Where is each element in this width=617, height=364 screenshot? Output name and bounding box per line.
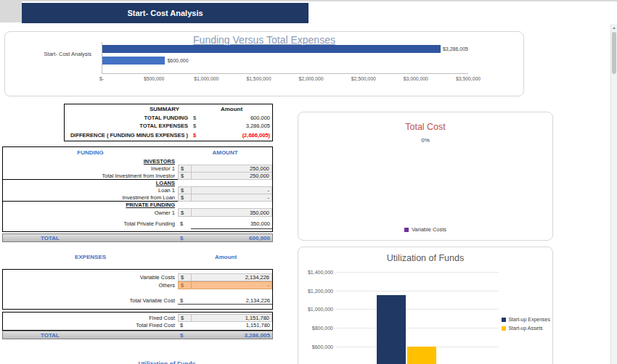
table-row: Variable Costs $ 2,134,226 [3,273,272,281]
funding-vs-expenses-chart[interactable]: Funding Versus Total Expenses Start- Cos… [4,31,524,96]
currency-cell: $ [178,208,191,217]
table-row: Total Investment from Investor $ 250,000 [3,172,272,179]
value-cell[interactable]: - [191,194,272,202]
currency-cell: $ [178,235,191,241]
funding-table-header: FUNDING AMOUNT [3,147,272,157]
utilization-of-funds-chart[interactable]: Utilization of Funds $1,400,000 $1,200,0… [298,247,553,364]
total-cost-data-label: 0% [298,137,552,144]
legend-label: Start-up Expenses [508,317,550,322]
funding-amount-header: AMOUNT [178,149,272,156]
value-cell[interactable]: - [191,281,272,289]
legend-item: Start-up Assets [502,326,550,331]
variable-costs-box: Variable Costs $ 2,134,226 Others $ - To… [2,269,273,310]
x-axis-tick-label: $1,500,000 [246,76,271,81]
expenses-table-header: EXPENSES Amount [2,252,273,262]
currency-cell: $ [178,218,191,229]
value-cell[interactable]: (2,686,005) [203,132,272,138]
total-label: TOTAL [3,332,178,339]
funding-chart-x-axis: $- $500,000 $1,000,000 $1,500,000 $2,000… [102,76,468,85]
funding-title: FUNDING [3,149,178,156]
expenses-title: EXPENSES [2,254,179,260]
sheet-title-banner: Start- Cost Analysis [22,3,308,23]
utilization-plot-area [336,272,499,364]
total-funding-bar[interactable] [102,57,165,65]
y-axis-tick-label: $600,000 [300,344,333,349]
gridline [336,272,499,273]
total-funding-bar-label: $600,000 [167,58,188,63]
value-cell[interactable]: 3,286,005 [191,332,272,339]
funding-total-row: TOTAL $ 600,000 [2,233,273,242]
total-expenses-bar[interactable] [102,45,441,53]
x-axis-tick-label: $2,000,000 [299,76,324,81]
legend-item: Start-up Expenses [502,317,550,322]
value-cell[interactable]: 600,000 [203,115,272,121]
row-label: Owner 1 [3,208,178,217]
row-label: Variable Costs [3,273,178,281]
table-row: Total Fixed Cost $ 1,151,780 [3,321,272,328]
spacer-row [3,289,272,297]
total-cost-chart[interactable]: Total Cost 0% Variable Costs [298,112,553,241]
startup-assets-bar[interactable] [407,347,436,364]
currency-cell: $ [178,321,191,328]
value-cell[interactable]: 1,151,780 [191,321,272,328]
section-row: LOANS [3,179,272,186]
currency-cell: $ [191,123,203,129]
value-cell[interactable]: 3,286,005 [203,123,272,129]
scrollbar-thumb[interactable] [612,32,616,74]
table-row: Owner 1 $ 350,000 [3,208,272,217]
x-axis-tick-label: $1,000,000 [194,76,218,81]
y-axis-tick-label: $1,400,000 [300,270,333,275]
table-row: Others $ - [3,281,272,289]
scrollbar-up-arrow[interactable]: ▲ [611,24,617,31]
total-label: TOTAL [3,235,178,241]
worksheet: Start- Cost Analysis Funding Versus Tota… [0,0,617,364]
summary-header-row: SUMMARY Amount [65,104,272,114]
total-cost-title: Total Cost [298,122,552,132]
row-label: TOTAL EXPENSES [65,123,191,129]
x-axis-tick-label: $3,000,000 [404,76,428,81]
y-axis-tick-label: $1,200,000 [300,288,333,293]
section-label: LOANS [3,180,178,186]
next-section-heading: Utilization of Funds [102,360,232,364]
table-row: DIFFERENCE ( FUNDING MINUS EXPENSES ) $ … [65,130,272,141]
x-axis-tick-label: $2,500,000 [351,76,376,81]
chart-bar-row: $3,286,005 [102,44,468,54]
summary-title: SUMMARY [65,106,191,112]
summary-amount-header: Amount [191,106,272,112]
legend-swatch [502,318,506,322]
currency-cell: $ [191,132,203,138]
legend-swatch [404,228,409,232]
row-label: DIFFERENCE ( FUNDING MINUS EXPENSES ) [65,132,191,138]
vertical-scrollbar[interactable]: ▲ [610,24,617,364]
value-cell[interactable]: 2,134,226 [191,297,272,305]
table-row: Total Variable Cost $ 2,134,226 [3,297,272,305]
y-axis-tick-label: $1,000,000 [300,307,333,312]
value-cell[interactable]: 350,000 [191,218,272,229]
row-label: Total Variable Cost [3,297,178,305]
value-cell[interactable]: 350,000 [191,208,272,217]
legend-label: Start-up Assets [508,326,542,331]
funding-table: FUNDING AMOUNT INVESTORS Investor 1 $ 25… [2,146,273,232]
row-label: Total Fixed Cost [3,321,178,328]
fixed-costs-box: Fixed Cost $ 1,151,780 Total Fixed Cost … [2,312,273,331]
table-row: Investment from Loan $ - [3,194,272,201]
table-row: TOTAL EXPENSES $ 3,286,005 [65,122,272,130]
chart-bar-row: $600,000 [102,56,468,65]
value-cell[interactable]: 600,000 [191,235,272,241]
y-axis-tick-label: $800,000 [300,326,333,331]
table-row: Total Private Funding $ 350,000 [3,218,272,229]
gridline [336,309,499,310]
sheet-corner [0,1,22,22]
currency-cell: $ [178,273,191,281]
funding-chart-category-label: Start- Cost Analysis [5,44,97,63]
row-label: Total Private Funding [3,218,178,229]
legend-label: Variable Costs [412,226,446,233]
gridline [336,291,499,291]
value-cell[interactable]: 2,134,226 [191,273,272,281]
expenses-amount-header: Amount [179,254,273,260]
currency-cell: $ [178,297,191,305]
startup-expenses-bar[interactable] [377,295,406,364]
value-cell[interactable]: 250,000 [191,172,272,180]
gridline [336,328,499,328]
summary-table: SUMMARY Amount TOTAL FUNDING $ 600,000 T… [64,104,273,141]
